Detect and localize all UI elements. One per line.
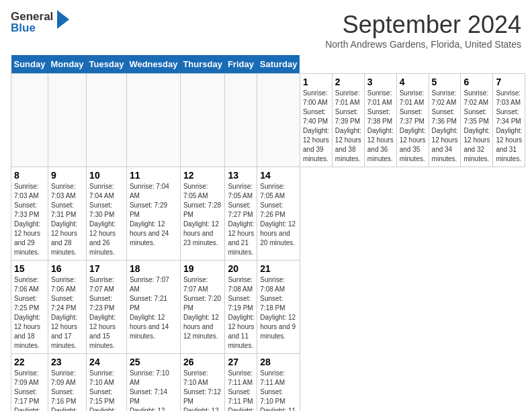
logo-text-col: General Blue (11, 11, 53, 34)
day-info: Sunrise: 7:07 AMSunset: 7:20 PMDaylight:… (183, 276, 221, 340)
day-info: Sunrise: 7:06 AMSunset: 7:25 PMDaylight:… (14, 276, 40, 349)
logo: General Blue (11, 11, 69, 34)
calendar-cell (257, 74, 300, 167)
calendar-cell: 14 Sunrise: 7:05 AMSunset: 7:26 PMDaylig… (257, 167, 300, 261)
calendar-week-row: 22 Sunrise: 7:09 AMSunset: 7:17 PMDaylig… (11, 354, 525, 412)
day-info: Sunrise: 7:05 AMSunset: 7:26 PMDaylight:… (260, 183, 296, 246)
day-info: Sunrise: 7:03 AMSunset: 7:31 PMDaylight:… (51, 183, 77, 256)
calendar-cell: 24 Sunrise: 7:10 AMSunset: 7:15 PMDaylig… (87, 354, 127, 412)
calendar-cell (87, 74, 127, 167)
calendar-cell: 12 Sunrise: 7:05 AMSunset: 7:28 PMDaylig… (180, 167, 225, 261)
day-number: 15 (14, 263, 45, 274)
calendar-cell: 13 Sunrise: 7:05 AMSunset: 7:27 PMDaylig… (225, 167, 257, 261)
calendar-cell: 26 Sunrise: 7:10 AMSunset: 7:12 PMDaylig… (180, 354, 225, 412)
calendar-cell (225, 74, 257, 167)
day-number: 23 (51, 357, 83, 367)
calendar-title: September 2024 (325, 11, 521, 39)
day-number: 16 (51, 263, 83, 274)
day-number: 17 (89, 263, 124, 274)
day-number: 1 (303, 77, 329, 87)
day-number: 11 (130, 170, 177, 181)
calendar-cell: 22 Sunrise: 7:09 AMSunset: 7:17 PMDaylig… (11, 354, 48, 412)
day-number: 6 (463, 77, 490, 87)
day-number: 8 (14, 170, 45, 181)
day-info: Sunrise: 7:03 AMSunset: 7:33 PMDaylight:… (14, 183, 40, 256)
day-info: Sunrise: 7:06 AMSunset: 7:24 PMDaylight:… (51, 276, 77, 349)
day-number: 27 (228, 357, 254, 367)
day-info: Sunrise: 7:04 AMSunset: 7:30 PMDaylight:… (89, 183, 116, 256)
calendar-cell: 20 Sunrise: 7:08 AMSunset: 7:19 PMDaylig… (225, 261, 257, 354)
calendar-cell: 1 Sunrise: 7:00 AMSunset: 7:40 PMDayligh… (300, 74, 332, 167)
weekday-header-row: SundayMondayTuesdayWednesdayThursdayFrid… (11, 55, 525, 74)
calendar-week-row: 8 Sunrise: 7:03 AMSunset: 7:33 PMDayligh… (11, 167, 525, 261)
calendar-cell (126, 74, 180, 167)
svg-marker-0 (57, 10, 69, 29)
calendar-table: SundayMondayTuesdayWednesdayThursdayFrid… (11, 55, 525, 411)
calendar-cell: 6 Sunrise: 7:02 AMSunset: 7:35 PMDayligh… (461, 74, 493, 167)
calendar-cell: 9 Sunrise: 7:03 AMSunset: 7:31 PMDayligh… (48, 167, 86, 261)
day-info: Sunrise: 7:02 AMSunset: 7:35 PMDaylight:… (463, 89, 490, 163)
calendar-cell: 16 Sunrise: 7:06 AMSunset: 7:24 PMDaylig… (48, 261, 86, 354)
calendar-cell (11, 74, 48, 167)
calendar-cell: 4 Sunrise: 7:01 AMSunset: 7:37 PMDayligh… (396, 74, 429, 167)
day-info: Sunrise: 7:11 AMSunset: 7:10 PMDaylight:… (260, 369, 296, 411)
calendar-cell: 25 Sunrise: 7:10 AMSunset: 7:14 PMDaylig… (126, 354, 180, 412)
weekday-header-friday: Friday (225, 55, 257, 74)
calendar-cell (48, 74, 86, 167)
day-number: 21 (260, 263, 297, 274)
logo-general: General (11, 11, 53, 22)
day-info: Sunrise: 7:08 AMSunset: 7:18 PMDaylight:… (260, 276, 296, 340)
day-info: Sunrise: 7:08 AMSunset: 7:19 PMDaylight:… (228, 276, 254, 349)
day-number: 19 (183, 263, 222, 274)
day-number: 20 (228, 263, 254, 274)
day-number: 26 (183, 357, 222, 367)
calendar-week-row: 1 Sunrise: 7:00 AMSunset: 7:40 PMDayligh… (11, 74, 525, 167)
day-number: 14 (260, 170, 297, 181)
calendar-cell: 17 Sunrise: 7:07 AMSunset: 7:23 PMDaylig… (87, 261, 127, 354)
calendar-cell: 8 Sunrise: 7:03 AMSunset: 7:33 PMDayligh… (11, 167, 48, 261)
day-info: Sunrise: 7:10 AMSunset: 7:15 PMDaylight:… (89, 369, 116, 411)
day-number: 2 (335, 77, 361, 87)
day-info: Sunrise: 7:05 AMSunset: 7:27 PMDaylight:… (228, 183, 254, 256)
day-number: 4 (400, 77, 426, 87)
day-info: Sunrise: 7:05 AMSunset: 7:28 PMDaylight:… (183, 183, 221, 246)
day-number: 13 (228, 170, 254, 181)
day-info: Sunrise: 7:07 AMSunset: 7:23 PMDaylight:… (89, 276, 116, 349)
day-number: 25 (130, 357, 177, 367)
calendar-cell: 10 Sunrise: 7:04 AMSunset: 7:30 PMDaylig… (87, 167, 127, 261)
calendar-cell: 11 Sunrise: 7:04 AMSunset: 7:29 PMDaylig… (126, 167, 180, 261)
calendar-cell: 3 Sunrise: 7:01 AMSunset: 7:38 PMDayligh… (364, 74, 396, 167)
calendar-cell: 5 Sunrise: 7:02 AMSunset: 7:36 PMDayligh… (429, 74, 461, 167)
logo-triangle-icon (54, 10, 69, 32)
day-info: Sunrise: 7:10 AMSunset: 7:12 PMDaylight:… (183, 369, 221, 411)
day-info: Sunrise: 7:00 AMSunset: 7:40 PMDaylight:… (303, 89, 329, 163)
logo-blue: Blue (11, 22, 53, 34)
calendar-cell: 23 Sunrise: 7:09 AMSunset: 7:16 PMDaylig… (48, 354, 86, 412)
day-number: 5 (432, 77, 458, 87)
day-number: 28 (260, 357, 297, 367)
day-number: 18 (130, 263, 177, 274)
weekday-header-saturday: Saturday (257, 55, 300, 74)
day-number: 10 (89, 170, 124, 181)
day-number: 7 (496, 77, 522, 87)
day-info: Sunrise: 7:07 AMSunset: 7:21 PMDaylight:… (130, 276, 169, 340)
day-info: Sunrise: 7:10 AMSunset: 7:14 PMDaylight:… (130, 369, 169, 411)
calendar-cell: 18 Sunrise: 7:07 AMSunset: 7:21 PMDaylig… (126, 261, 180, 354)
day-info: Sunrise: 7:01 AMSunset: 7:37 PMDaylight:… (400, 89, 426, 163)
weekday-header-tuesday: Tuesday (87, 55, 127, 74)
weekday-header-sunday: Sunday (11, 55, 48, 74)
calendar-cell: 19 Sunrise: 7:07 AMSunset: 7:20 PMDaylig… (180, 261, 225, 354)
day-info: Sunrise: 7:01 AMSunset: 7:38 PMDaylight:… (367, 89, 394, 163)
calendar-cell: 27 Sunrise: 7:11 AMSunset: 7:11 PMDaylig… (225, 354, 257, 412)
calendar-cell (180, 74, 225, 167)
day-info: Sunrise: 7:03 AMSunset: 7:34 PMDaylight:… (496, 89, 522, 163)
title-area: September 2024 North Andrews Gardens, Fl… (325, 11, 521, 50)
calendar-week-row: 15 Sunrise: 7:06 AMSunset: 7:25 PMDaylig… (11, 261, 525, 354)
calendar-cell: 28 Sunrise: 7:11 AMSunset: 7:10 PMDaylig… (257, 354, 300, 412)
day-info: Sunrise: 7:04 AMSunset: 7:29 PMDaylight:… (130, 183, 169, 246)
day-number: 12 (183, 170, 222, 181)
day-number: 3 (367, 77, 394, 87)
day-number: 22 (14, 357, 45, 367)
page-header: General Blue September 2024 North Andrew… (11, 11, 521, 50)
weekday-header-wednesday: Wednesday (126, 55, 180, 74)
